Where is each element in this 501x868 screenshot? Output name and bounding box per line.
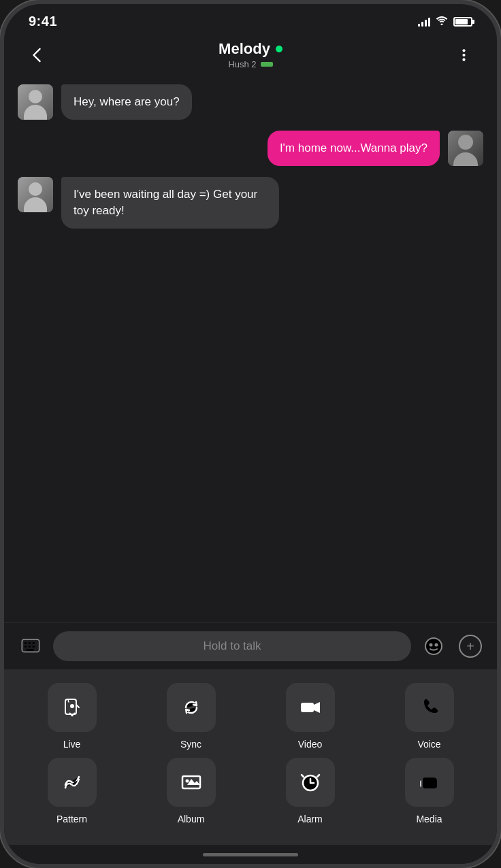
status-icons [418, 16, 472, 28]
action-item-sync[interactable]: Sync [135, 683, 246, 750]
action-row-1: Live Sync [16, 683, 485, 750]
live-icon-box [48, 683, 97, 732]
online-indicator [276, 46, 282, 52]
back-button[interactable] [23, 41, 50, 69]
message-row: I'm home now...Wanna play? [18, 131, 483, 166]
contact-name: Melody [219, 40, 270, 58]
album-label: Album [178, 814, 205, 824]
svg-point-1 [463, 49, 466, 52]
input-area: Hold to talk + [4, 622, 497, 669]
action-item-voice[interactable]: Voice [374, 683, 485, 750]
message-text: I'm home now...Wanna play? [280, 141, 427, 154]
svg-rect-17 [301, 703, 314, 712]
more-button[interactable] [451, 41, 478, 69]
avatar [448, 131, 483, 166]
alarm-icon-box [286, 758, 335, 807]
battery-icon [453, 17, 472, 27]
avatar [18, 84, 53, 120]
home-bar [203, 853, 298, 856]
message-bubble: I'm home now...Wanna play? [268, 131, 440, 166]
live-label: Live [63, 739, 81, 750]
media-icon-box [405, 758, 454, 807]
svg-point-13 [430, 644, 432, 646]
svg-marker-20 [187, 779, 200, 785]
message-text: Hey, where are you? [74, 95, 180, 108]
keyboard-button[interactable] [16, 632, 45, 661]
action-item-live[interactable]: Live [16, 683, 127, 750]
pattern-label: Pattern [56, 814, 87, 824]
message-row: Hey, where are you? [18, 84, 483, 120]
action-item-pattern[interactable]: Pattern [16, 758, 127, 824]
add-icon: + [459, 635, 482, 658]
phone-frame: 9:41 [0, 0, 501, 868]
emoji-button[interactable] [419, 632, 448, 661]
message-text: I've been waiting all day =) Get your to… [74, 188, 257, 217]
svg-point-14 [436, 644, 438, 646]
svg-point-16 [70, 704, 74, 708]
video-label: Video [298, 739, 323, 750]
svg-rect-10 [33, 646, 35, 648]
album-icon-box [167, 758, 216, 807]
message-bubble: I've been waiting all day =) Get your to… [61, 177, 279, 229]
phone-screen: 9:41 [4, 4, 497, 864]
home-indicator [4, 845, 497, 864]
message-row: I've been waiting all day =) Get your to… [18, 177, 483, 229]
nav-bar: Melody Hush 2 [4, 35, 497, 78]
media-label: Media [416, 814, 442, 824]
svg-point-3 [463, 58, 466, 61]
nav-title-area: Melody Hush 2 [219, 40, 282, 69]
status-bar: 9:41 [4, 4, 497, 35]
signal-icon [418, 17, 430, 27]
svg-point-2 [463, 53, 466, 56]
video-icon-box [286, 683, 335, 732]
avatar [18, 177, 53, 212]
svg-point-0 [441, 23, 443, 25]
chat-area: Hey, where are you? I'm home now...Wanna… [4, 78, 497, 622]
svg-point-21 [185, 780, 189, 783]
wifi-icon [436, 16, 448, 28]
device-battery [261, 62, 273, 67]
svg-rect-8 [25, 646, 27, 648]
action-row-2: Pattern Album [16, 758, 485, 824]
svg-marker-18 [314, 702, 320, 713]
action-item-video[interactable]: Video [255, 683, 366, 750]
voice-icon-box [405, 683, 454, 732]
nav-subtitle: Hush 2 [228, 59, 272, 69]
sync-icon-box [167, 683, 216, 732]
action-item-album[interactable]: Album [135, 758, 246, 824]
action-item-media[interactable]: Media [374, 758, 485, 824]
sync-label: Sync [180, 739, 201, 750]
svg-rect-9 [29, 646, 31, 648]
svg-rect-5 [25, 642, 27, 644]
action-item-alarm[interactable]: Alarm [255, 758, 366, 824]
svg-rect-6 [29, 642, 31, 644]
svg-rect-7 [33, 642, 35, 644]
pattern-icon-box [48, 758, 97, 807]
hold-to-talk-button[interactable]: Hold to talk [53, 631, 411, 661]
action-grid: Live Sync [4, 669, 497, 845]
nav-title: Melody [219, 40, 282, 58]
alarm-label: Alarm [297, 814, 323, 824]
voice-label: Voice [417, 739, 440, 750]
status-time: 9:41 [29, 14, 57, 29]
svg-point-12 [425, 638, 442, 654]
hold-to-talk-label: Hold to talk [203, 639, 261, 653]
device-name: Hush 2 [228, 59, 256, 69]
svg-rect-11 [26, 649, 34, 651]
add-button[interactable]: + [456, 632, 485, 661]
message-bubble: Hey, where are you? [61, 84, 192, 120]
